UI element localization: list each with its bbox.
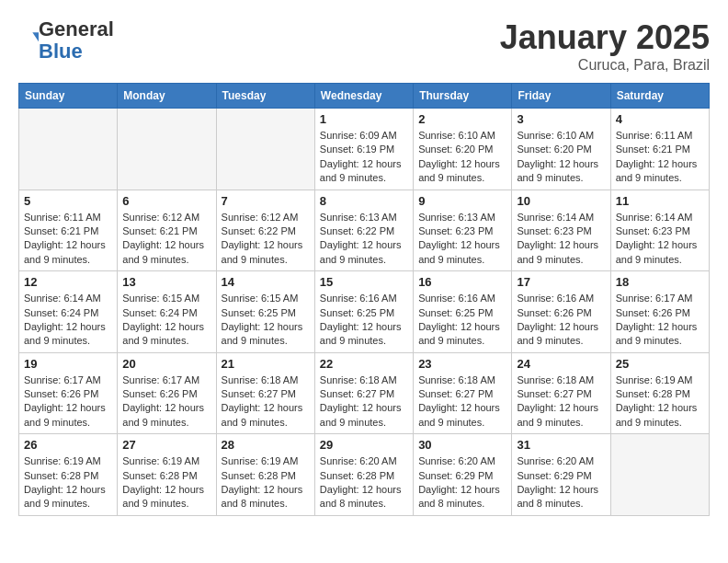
day-info: Sunrise: 6:17 AM Sunset: 6:26 PM Dayligh… [616, 292, 704, 349]
day-info: Sunrise: 6:20 AM Sunset: 6:28 PM Dayligh… [320, 454, 408, 511]
day-number: 1 [320, 112, 408, 126]
calendar-cell: 22Sunrise: 6:18 AM Sunset: 6:27 PM Dayli… [314, 352, 413, 434]
calendar-cell: 5Sunrise: 6:11 AM Sunset: 6:21 PM Daylig… [19, 190, 118, 271]
weekday-header: Friday [512, 84, 610, 109]
day-info: Sunrise: 6:14 AM Sunset: 6:24 PM Dayligh… [24, 292, 112, 349]
day-number: 15 [320, 275, 408, 289]
day-number: 20 [122, 357, 210, 371]
calendar-cell: 24Sunrise: 6:18 AM Sunset: 6:27 PM Dayli… [512, 352, 610, 434]
day-info: Sunrise: 6:11 AM Sunset: 6:21 PM Dayligh… [24, 211, 112, 268]
calendar-cell: 2Sunrise: 6:10 AM Sunset: 6:20 PM Daylig… [414, 109, 512, 190]
weekday-header: Wednesday [314, 84, 413, 109]
day-number: 12 [24, 275, 112, 289]
logo: General Blue [18, 18, 114, 63]
day-number: 10 [517, 194, 605, 208]
day-info: Sunrise: 6:20 AM Sunset: 6:29 PM Dayligh… [418, 454, 506, 511]
day-number: 5 [24, 194, 112, 208]
day-info: Sunrise: 6:18 AM Sunset: 6:27 PM Dayligh… [517, 373, 605, 431]
day-number: 11 [616, 194, 704, 208]
day-info: Sunrise: 6:12 AM Sunset: 6:22 PM Dayligh… [222, 211, 310, 268]
day-info: Sunrise: 6:18 AM Sunset: 6:27 PM Dayligh… [320, 373, 408, 431]
calendar-cell: 30Sunrise: 6:20 AM Sunset: 6:29 PM Dayli… [414, 434, 512, 516]
calendar-cell: 18Sunrise: 6:17 AM Sunset: 6:26 PM Dayli… [610, 271, 709, 353]
day-number: 18 [616, 275, 704, 289]
month-title: January 2025 [500, 18, 710, 57]
day-info: Sunrise: 6:19 AM Sunset: 6:28 PM Dayligh… [616, 373, 704, 431]
calendar-cell: 4Sunrise: 6:11 AM Sunset: 6:21 PM Daylig… [610, 109, 709, 190]
location: Curuca, Para, Brazil [500, 57, 710, 74]
calendar-cell: 17Sunrise: 6:16 AM Sunset: 6:26 PM Dayli… [512, 271, 610, 353]
day-info: Sunrise: 6:14 AM Sunset: 6:23 PM Dayligh… [517, 211, 605, 268]
calendar-cell: 28Sunrise: 6:19 AM Sunset: 6:28 PM Dayli… [216, 434, 314, 516]
logo-icon [20, 29, 39, 48]
day-info: Sunrise: 6:20 AM Sunset: 6:29 PM Dayligh… [517, 454, 605, 511]
day-info: Sunrise: 6:19 AM Sunset: 6:28 PM Dayligh… [122, 454, 210, 511]
day-info: Sunrise: 6:10 AM Sunset: 6:20 PM Dayligh… [418, 129, 506, 186]
day-info: Sunrise: 6:17 AM Sunset: 6:26 PM Dayligh… [122, 373, 210, 431]
day-info: Sunrise: 6:11 AM Sunset: 6:21 PM Dayligh… [616, 129, 704, 186]
calendar-cell: 6Sunrise: 6:12 AM Sunset: 6:21 PM Daylig… [118, 190, 216, 271]
day-number: 3 [517, 112, 605, 126]
calendar-table: SundayMondayTuesdayWednesdayThursdayFrid… [18, 83, 710, 516]
day-number: 28 [222, 438, 310, 452]
day-number: 16 [418, 275, 506, 289]
weekday-header: Thursday [414, 84, 512, 109]
day-info: Sunrise: 6:15 AM Sunset: 6:25 PM Dayligh… [222, 292, 310, 349]
day-info: Sunrise: 6:18 AM Sunset: 6:27 PM Dayligh… [418, 373, 506, 431]
calendar-week-row: 5Sunrise: 6:11 AM Sunset: 6:21 PM Daylig… [19, 190, 710, 271]
day-number: 2 [418, 112, 506, 126]
calendar-cell: 23Sunrise: 6:18 AM Sunset: 6:27 PM Dayli… [414, 352, 512, 434]
calendar-cell [118, 109, 216, 190]
calendar-cell: 20Sunrise: 6:17 AM Sunset: 6:26 PM Dayli… [118, 352, 216, 434]
weekday-header-row: SundayMondayTuesdayWednesdayThursdayFrid… [19, 84, 710, 109]
calendar-cell: 27Sunrise: 6:19 AM Sunset: 6:28 PM Dayli… [118, 434, 216, 516]
day-number: 26 [24, 438, 112, 452]
day-number: 19 [24, 357, 112, 371]
day-number: 4 [616, 112, 704, 126]
day-info: Sunrise: 6:19 AM Sunset: 6:28 PM Dayligh… [24, 454, 112, 511]
day-number: 23 [418, 357, 506, 371]
weekday-header: Sunday [19, 84, 118, 109]
day-number: 27 [122, 438, 210, 452]
calendar-cell: 8Sunrise: 6:13 AM Sunset: 6:22 PM Daylig… [314, 190, 413, 271]
day-number: 21 [222, 357, 310, 371]
calendar-week-row: 26Sunrise: 6:19 AM Sunset: 6:28 PM Dayli… [19, 434, 710, 516]
day-info: Sunrise: 6:09 AM Sunset: 6:19 PM Dayligh… [320, 129, 408, 186]
calendar-cell: 19Sunrise: 6:17 AM Sunset: 6:26 PM Dayli… [19, 352, 118, 434]
calendar-cell: 7Sunrise: 6:12 AM Sunset: 6:22 PM Daylig… [216, 190, 314, 271]
day-info: Sunrise: 6:18 AM Sunset: 6:27 PM Dayligh… [222, 373, 310, 431]
day-info: Sunrise: 6:16 AM Sunset: 6:26 PM Dayligh… [517, 292, 605, 349]
day-number: 13 [122, 275, 210, 289]
calendar-cell: 21Sunrise: 6:18 AM Sunset: 6:27 PM Dayli… [216, 352, 314, 434]
title-block: January 2025 Curuca, Para, Brazil [500, 18, 710, 74]
day-number: 17 [517, 275, 605, 289]
day-info: Sunrise: 6:13 AM Sunset: 6:22 PM Dayligh… [320, 211, 408, 268]
calendar-cell: 15Sunrise: 6:16 AM Sunset: 6:25 PM Dayli… [314, 271, 413, 353]
calendar-cell: 25Sunrise: 6:19 AM Sunset: 6:28 PM Dayli… [610, 352, 709, 434]
calendar-cell: 31Sunrise: 6:20 AM Sunset: 6:29 PM Dayli… [512, 434, 610, 516]
calendar-cell: 13Sunrise: 6:15 AM Sunset: 6:24 PM Dayli… [118, 271, 216, 353]
calendar-cell: 16Sunrise: 6:16 AM Sunset: 6:25 PM Dayli… [414, 271, 512, 353]
weekday-header: Tuesday [216, 84, 314, 109]
day-info: Sunrise: 6:19 AM Sunset: 6:28 PM Dayligh… [222, 454, 310, 511]
day-number: 14 [222, 275, 310, 289]
weekday-header: Monday [118, 84, 216, 109]
day-number: 29 [320, 438, 408, 452]
day-info: Sunrise: 6:12 AM Sunset: 6:21 PM Dayligh… [122, 211, 210, 268]
calendar-cell: 29Sunrise: 6:20 AM Sunset: 6:28 PM Dayli… [314, 434, 413, 516]
logo-blue: Blue [39, 40, 83, 63]
day-info: Sunrise: 6:13 AM Sunset: 6:23 PM Dayligh… [418, 211, 506, 268]
calendar-cell: 26Sunrise: 6:19 AM Sunset: 6:28 PM Dayli… [19, 434, 118, 516]
calendar-week-row: 1Sunrise: 6:09 AM Sunset: 6:19 PM Daylig… [19, 109, 710, 190]
weekday-header: Saturday [610, 84, 709, 109]
day-number: 8 [320, 194, 408, 208]
day-number: 22 [320, 357, 408, 371]
day-info: Sunrise: 6:16 AM Sunset: 6:25 PM Dayligh… [320, 292, 408, 349]
day-info: Sunrise: 6:17 AM Sunset: 6:26 PM Dayligh… [24, 373, 112, 431]
calendar-cell: 9Sunrise: 6:13 AM Sunset: 6:23 PM Daylig… [414, 190, 512, 271]
day-number: 30 [418, 438, 506, 452]
calendar-cell: 11Sunrise: 6:14 AM Sunset: 6:23 PM Dayli… [610, 190, 709, 271]
calendar-cell [19, 109, 118, 190]
day-number: 6 [122, 194, 210, 208]
calendar-week-row: 12Sunrise: 6:14 AM Sunset: 6:24 PM Dayli… [19, 271, 710, 353]
